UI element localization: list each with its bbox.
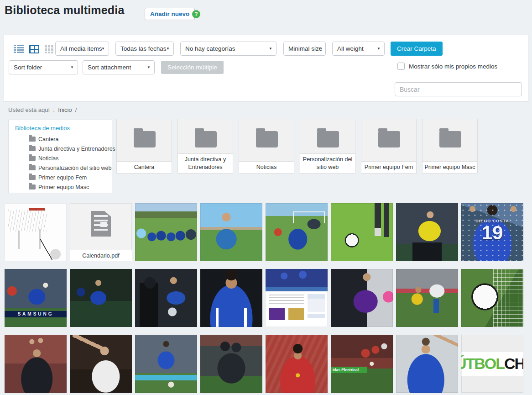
- tree-folder-label: Noticias: [38, 155, 58, 162]
- list-view-icon[interactable]: [13, 44, 25, 54]
- filter-select-weight-value: All weight: [337, 45, 364, 52]
- folder-card[interactable]: Cantera: [116, 119, 172, 174]
- add-new-button[interactable]: Añadir nuevo: [145, 8, 195, 20]
- folder-icon: [439, 131, 461, 147]
- tree-folder-label: Primer equipo Masc: [38, 184, 89, 190]
- folder-icon: [29, 146, 36, 151]
- folder-card[interactable]: Personalización del sitio web: [300, 119, 355, 174]
- pdf-document-icon: [91, 211, 111, 237]
- filter-select-date-value: Todas las fechas: [120, 45, 167, 52]
- help-icon[interactable]: [192, 10, 200, 18]
- ad-board-electrical: idas Electrical: [331, 367, 367, 373]
- folder-tree-panel: Biblioteca de medios CanteraJunta direct…: [8, 120, 112, 193]
- media-item-fiorentina-purple[interactable]: [331, 269, 393, 327]
- media-item-youth-team-talk[interactable]: [135, 203, 197, 261]
- filter-select-weight[interactable]: All weight: [332, 42, 385, 56]
- filter-select-sort-folder[interactable]: Sort folder: [9, 60, 78, 74]
- filter-select-media-type-value: All media items: [60, 45, 102, 52]
- page-title: Biblioteca multimedia: [5, 4, 125, 17]
- filter-select-sort-attachment-value: Sort attachment: [88, 64, 131, 71]
- media-item-website-screenshot[interactable]: [266, 269, 328, 327]
- tree-folder-label: Junta directiva y Entrenadores: [38, 146, 115, 152]
- filter-select-sort-attachment[interactable]: Sort attachment: [83, 60, 155, 74]
- media-item-ball-on-grass[interactable]: [331, 203, 393, 261]
- filter-select-category[interactable]: No hay categorías: [180, 42, 276, 56]
- folder-card-label: Noticias: [239, 161, 294, 174]
- tree-folder-label: Primer equipo Fem: [38, 174, 87, 181]
- folder-icon: [256, 131, 278, 147]
- tree-folder-item[interactable]: Junta directiva y Entrenadores: [29, 144, 112, 153]
- media-item-trophy-photo[interactable]: [135, 269, 197, 327]
- tree-folder-label: Personalización del sitio web: [38, 165, 112, 171]
- tree-folder-item[interactable]: Noticias: [29, 153, 112, 163]
- filter-select-media-type[interactable]: All media items: [55, 42, 109, 56]
- media-item-futbol-logo[interactable]: ÚTBOLCH: [461, 335, 523, 393]
- breadcrumb-trailing-slash: /: [75, 106, 77, 113]
- logo-black: CH: [504, 355, 523, 373]
- folder-card[interactable]: Junta directiva y Entrenadores: [177, 119, 233, 174]
- breadcrumb-prefix: Usted está aquí: [8, 106, 50, 113]
- media-item-tattooed-player-white[interactable]: [70, 335, 132, 393]
- media-item-coach-applauding[interactable]: [5, 335, 67, 393]
- filter-select-size-value: Minimal size: [288, 45, 322, 52]
- media-item-yellow-vs-white-duel[interactable]: [396, 269, 458, 327]
- folder-icon: [29, 156, 36, 161]
- folder-icon: [134, 131, 156, 147]
- media-library-page: Biblioteca multimedia Añadir nuevo: [0, 0, 532, 395]
- breadcrumb: Usted está aquí : Inicio /: [8, 106, 77, 113]
- tree-folder-item[interactable]: Personalización del sitio web: [29, 163, 112, 173]
- folder-icon: [195, 131, 217, 147]
- grid-small-view-icon[interactable]: [44, 44, 56, 54]
- media-item-fabregas-blue[interactable]: [396, 335, 458, 393]
- filter-select-category-value: No hay categorías: [185, 45, 235, 52]
- media-item-diego-costa-back[interactable]: DIEGO COSTA19: [461, 203, 523, 261]
- folder-icon: [29, 175, 36, 180]
- media-item-freekick-red-team[interactable]: idas Electrical: [331, 335, 393, 393]
- tree-items: CanteraJunta directiva y EntrenadoresNot…: [15, 134, 112, 192]
- filters-panel: All media itemsTodas las fechasNo hay ca…: [4, 35, 528, 101]
- create-folder-button[interactable]: Crear Carpeta: [391, 42, 443, 56]
- media-item-calendario-pdf[interactable]: Calendario.pdf: [70, 203, 132, 261]
- filter-select-date[interactable]: Todas las fechas: [115, 42, 174, 56]
- media-item-coach-selfie-field[interactable]: [200, 203, 262, 261]
- multi-select-button[interactable]: Selección múltiple: [161, 61, 224, 74]
- file-name-label: Calendario.pdf: [70, 250, 132, 261]
- own-media-filter: Mostrar sólo mis propios medios: [397, 63, 497, 70]
- media-item-blue-winger-run[interactable]: [135, 335, 197, 393]
- folder-icon: [29, 137, 36, 142]
- folder-icon: [317, 131, 339, 147]
- grid-large-view-icon[interactable]: [29, 44, 40, 54]
- folder-card[interactable]: Noticias: [239, 119, 294, 174]
- own-media-checkbox[interactable]: [397, 63, 405, 70]
- media-grid: Calendario.pdfDIEGO COSTA19SAMSUNGidas E…: [5, 203, 523, 393]
- filter-select-size[interactable]: Minimal size: [283, 42, 326, 56]
- filter-select-sort-folder-value: Sort folder: [14, 64, 42, 71]
- folder-cards-row: CanteraJunta directiva y EntrenadoresNot…: [116, 119, 478, 174]
- media-item-goal-celebration[interactable]: [70, 269, 132, 327]
- tree-folder-label: Cantera: [38, 136, 58, 142]
- folder-icon: [378, 131, 400, 147]
- folder-card-label: Primer equipo Fem: [361, 161, 417, 174]
- media-item-volley-vs-red[interactable]: SAMSUNG: [5, 269, 67, 327]
- media-item-costa-portrait[interactable]: [200, 269, 262, 327]
- logo-green: ÚTBOL: [461, 355, 504, 373]
- media-item-staff-embrace[interactable]: [200, 335, 262, 393]
- media-item-ball-in-net[interactable]: [461, 269, 523, 327]
- tree-folder-item[interactable]: Primer equipo Fem: [29, 173, 112, 182]
- media-item-referee-signal[interactable]: [396, 203, 458, 261]
- folder-card-label: Primer equipo Masc: [422, 161, 478, 174]
- media-item-costa-spain-red[interactable]: [266, 335, 328, 393]
- folder-card[interactable]: Primer equipo Fem: [361, 119, 417, 174]
- media-item-kids-training-goal[interactable]: [266, 203, 328, 261]
- breadcrumb-home-link[interactable]: Inicio: [58, 106, 72, 113]
- search-input[interactable]: [395, 82, 522, 96]
- folder-card[interactable]: Primer equipo Masc: [422, 119, 478, 174]
- own-media-label: Mostrar sólo mis propios medios: [409, 63, 497, 70]
- media-item-shopping-cart[interactable]: [5, 203, 67, 261]
- folder-card-label: Cantera: [116, 161, 172, 174]
- ad-board-samsung: SAMSUNG: [5, 311, 67, 316]
- tree-folder-item[interactable]: Primer equipo Masc: [29, 182, 112, 192]
- tree-root-link[interactable]: Biblioteca de medios: [15, 125, 112, 132]
- tree-folder-item[interactable]: Cantera: [29, 134, 112, 144]
- view-mode-switcher: [13, 44, 56, 54]
